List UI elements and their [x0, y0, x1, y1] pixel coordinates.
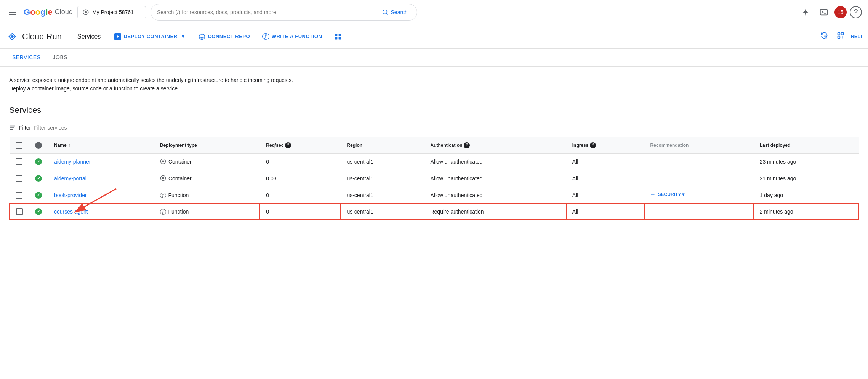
select-all-checkbox[interactable] [16, 142, 22, 149]
svg-point-25 [652, 194, 654, 196]
header-deployment-type: Deployment type [154, 137, 260, 154]
row-checkbox[interactable] [10, 203, 29, 220]
row-req-sec: 0 [260, 187, 341, 203]
row-name: aidemy-portal [48, 170, 154, 187]
row-recommendation: – [644, 203, 754, 220]
header-recommendation: Recommendation [644, 137, 754, 154]
filter-input[interactable] [34, 125, 859, 131]
header-req-sec: Req/sec ? [260, 137, 341, 154]
service-name-link[interactable]: courses-agent [54, 209, 88, 215]
sparkle-button[interactable] [798, 5, 813, 20]
service-name-link[interactable]: aidemy-planner [54, 159, 91, 165]
row-authentication: Require authentication [424, 203, 566, 220]
row-select-checkbox[interactable] [16, 175, 22, 182]
svg-marker-7 [11, 35, 14, 38]
no-recommendation: – [650, 209, 653, 215]
row-ingress: All [566, 203, 644, 220]
services-section-title: Services [9, 105, 859, 115]
deploy-label: DEPLOY CONTAINER [123, 34, 177, 39]
project-name: My Project 58761 [92, 9, 134, 15]
dropdown-arrow-icon: ▾ [179, 33, 186, 40]
connect-repo-button[interactable]: CONNECT REPO [194, 30, 255, 43]
auth-info-icon[interactable]: ? [464, 142, 470, 148]
deployment-type-label: Container [168, 175, 192, 181]
ingress-info-icon[interactable]: ? [590, 142, 596, 148]
service-name-link[interactable]: aidemy-portal [54, 175, 86, 181]
search-icon [382, 9, 389, 16]
deploy-container-button[interactable]: + DEPLOY CONTAINER ▾ [110, 30, 191, 43]
row-status [29, 203, 48, 220]
services-label: Services [74, 33, 104, 40]
svg-rect-4 [820, 9, 827, 15]
header-region: Region [341, 137, 424, 154]
status-header-icon [35, 142, 42, 149]
row-region: us-central1 [341, 153, 424, 170]
cloud-run-logo: Cloud Run [6, 31, 68, 43]
service-navigation: Cloud Run Services + DEPLOY CONTAINER ▾ … [0, 24, 868, 49]
row-deployment-type: Container [154, 153, 260, 170]
table-row: courses-agent ƒ Function 0 us-central1 R… [10, 203, 859, 220]
cloud-run-svg [7, 31, 18, 42]
req-sec-info-icon[interactable]: ? [285, 142, 291, 148]
row-name: book-provider [48, 187, 154, 203]
row-ingress: All [566, 153, 644, 170]
hamburger-menu[interactable] [6, 6, 19, 18]
grid-view-button[interactable] [330, 30, 346, 43]
row-status [29, 153, 48, 170]
service-name-link[interactable]: book-provider [54, 192, 87, 198]
deploy-icon: + [114, 33, 121, 40]
avatar[interactable]: 15 [834, 6, 847, 18]
row-req-sec: 0.03 [260, 170, 341, 187]
header-authentication: Authentication ? [424, 137, 566, 154]
tab-jobs[interactable]: JOBS [47, 49, 74, 66]
header-checkbox-col [10, 137, 29, 154]
row-checkbox[interactable] [10, 153, 29, 170]
terminal-button[interactable] [816, 5, 831, 20]
row-last-deployed: 21 minutes ago [754, 170, 859, 187]
row-name: courses-agent [48, 203, 154, 220]
help-button[interactable]: ? [850, 6, 862, 18]
svg-rect-10 [339, 34, 341, 36]
deployment-icon: ƒ [160, 192, 166, 198]
cloud-run-icon [6, 31, 18, 43]
sort-icon[interactable]: ↑ [68, 143, 70, 148]
refresh-button[interactable] [817, 29, 831, 44]
header-last-deployed: Last deployed [754, 137, 859, 154]
svg-line-3 [386, 13, 388, 15]
deployment-icon: ƒ [160, 209, 166, 214]
project-selector[interactable]: My Project 58761 [77, 6, 146, 18]
security-badge[interactable]: SECURITY ▾ [650, 192, 685, 197]
table-row: aidemy-portal Container 0.03 us-central1… [10, 170, 859, 187]
row-status [29, 187, 48, 203]
sparkle-icon [801, 8, 810, 16]
search-button[interactable]: Search [379, 7, 411, 17]
row-recommendation: – [644, 170, 754, 187]
grid-icon [334, 33, 342, 40]
description-line1: A service exposes a unique endpoint and … [9, 76, 859, 84]
row-select-checkbox[interactable] [16, 158, 22, 165]
svg-point-24 [162, 177, 164, 179]
no-recommendation: – [650, 175, 653, 181]
write-function-button[interactable]: ƒ WRITE A FUNCTION [258, 30, 327, 43]
header-ingress: Ingress ? [566, 137, 644, 154]
svg-rect-11 [335, 37, 338, 39]
row-recommendation: SECURITY ▾ [644, 187, 754, 203]
tab-services[interactable]: SERVICES [6, 49, 47, 66]
row-select-checkbox[interactable] [16, 192, 22, 199]
row-checkbox[interactable] [10, 170, 29, 187]
google-cloud-logo: Google Cloud [24, 7, 73, 17]
row-deployment-type: ƒ Function [154, 187, 260, 203]
row-select-checkbox[interactable] [16, 208, 23, 215]
row-checkbox[interactable] [10, 187, 29, 203]
svg-rect-14 [841, 33, 844, 35]
nav-right-actions: RELI [817, 29, 862, 44]
row-ingress: All [566, 187, 644, 203]
services-table-wrapper: Name ↑ Deployment type Req/sec ? Region [9, 137, 859, 220]
table-row: aidemy-planner Container 0 us-central1 A… [10, 153, 859, 170]
top-navigation: Google Cloud My Project 58761 Search [0, 0, 868, 24]
table-header: Name ↑ Deployment type Req/sec ? Region [10, 137, 859, 154]
reli-button[interactable] [834, 29, 847, 44]
row-authentication: Allow unauthenticated [424, 153, 566, 170]
search-input[interactable] [157, 9, 376, 15]
service-description: A service exposes a unique endpoint and … [9, 76, 859, 93]
